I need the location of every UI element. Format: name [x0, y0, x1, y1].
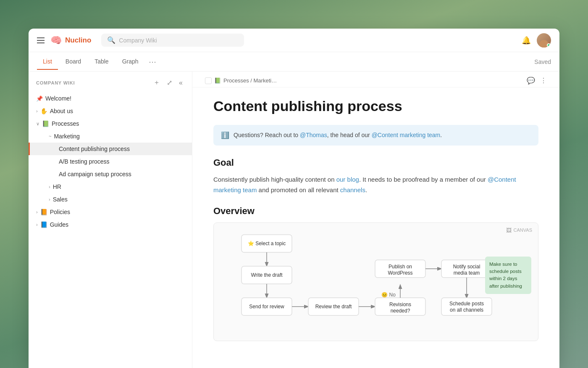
breadcrumb-text: Processes / Marketi… — [223, 77, 277, 84]
chevron-right-icon: › — [36, 222, 38, 227]
active-indicator — [29, 143, 30, 155]
sidebar-item-label: Processes — [52, 120, 175, 127]
search-icon: 🔍 — [107, 36, 116, 44]
sidebar-item-processes[interactable]: ∨ 📗 Processes — [29, 117, 192, 130]
our-blog-link[interactable]: our blog — [336, 176, 359, 183]
info-text-middle: , the head of our — [327, 132, 372, 138]
sidebar-header: COMPANY WIKI ＋ ⤢ « — [29, 71, 192, 92]
svg-text:Schedule posts: Schedule posts — [449, 301, 484, 307]
logo-text: Nuclino — [65, 36, 91, 45]
hamburger-icon[interactable] — [37, 37, 45, 43]
content-body: Content publishing process ℹ️ Questions?… — [192, 87, 559, 358]
svg-text:😐 No: 😐 No — [381, 291, 396, 298]
avatar[interactable] — [537, 33, 551, 48]
info-link-team[interactable]: @Content marketing team — [372, 132, 441, 138]
info-box-text: Questions? Reach out to @Thomas, the hea… — [234, 131, 442, 140]
brain-icon: 🧠 — [50, 35, 62, 46]
sidebar-actions: ＋ ⤢ « — [152, 77, 184, 88]
bell-icon[interactable]: 🔔 — [522, 36, 531, 45]
info-text-before: Questions? Reach out to — [234, 132, 300, 138]
breadcrumb-checkbox[interactable] — [205, 77, 212, 84]
canvas-label: 🖼 CANVAS — [506, 227, 532, 233]
svg-text:media team: media team — [454, 270, 480, 276]
sidebar-item-label: Ad campaign setup process — [59, 171, 184, 177]
content-toolbar-right: 💬 ⋮ — [527, 77, 547, 85]
canvas-container: 🖼 CANVAS ⭐ Select a topic Write the draf… — [213, 222, 538, 341]
breadcrumb-icon: 📗 — [214, 77, 221, 84]
chevron-right-icon: › — [36, 209, 38, 214]
note-text: Make sure to schedule posts within 2 day… — [489, 262, 522, 289]
sidebar-item-policies[interactable]: › 📙 Policies — [29, 206, 192, 218]
sidebar-item-label: About us — [50, 108, 175, 114]
comments-icon[interactable]: 💬 — [527, 77, 535, 85]
content-area: 📗 Processes / Marketi… 💬 ⋮ Content publi… — [192, 71, 559, 368]
chevron-right-icon: › — [49, 184, 50, 189]
chevron-down-icon: ∨ — [36, 121, 39, 127]
info-text-after: . — [440, 132, 442, 138]
sidebar-item-label: Welcome! — [45, 95, 184, 102]
sidebar-item-label: Guides — [50, 221, 175, 228]
top-bar-right: 🔔 — [522, 33, 551, 48]
main-layout: COMPANY WIKI ＋ ⤢ « 📌 Welcome! › ✋ About … — [29, 71, 559, 368]
goal-text-3: and promoted on all relevant — [257, 186, 340, 193]
search-bar[interactable]: 🔍 Company Wiki — [101, 34, 244, 47]
svg-text:Write the draft: Write the draft — [251, 272, 283, 278]
logo[interactable]: 🧠 Nuclino — [50, 35, 91, 46]
sidebar-item-label: Marketing — [54, 133, 175, 140]
sidebar-item-marketing[interactable]: ~ Marketing — [29, 130, 192, 143]
svg-text:on all channels: on all channels — [450, 307, 483, 313]
more-options-icon[interactable]: ⋯ — [146, 56, 159, 68]
sidebar-collapse-button[interactable]: « — [177, 78, 184, 87]
sidebar-item-label: HR — [53, 183, 175, 190]
channels-link[interactable]: channels — [340, 186, 365, 193]
svg-text:Publish on: Publish on — [388, 264, 412, 270]
info-link-thomas[interactable]: @Thomas — [300, 132, 327, 138]
svg-text:needed?: needed? — [391, 308, 410, 314]
chevron-right-icon: › — [36, 109, 38, 114]
pin-icon: 📌 — [36, 95, 43, 102]
goal-text: Consistently publish high-quality conten… — [213, 174, 538, 196]
tab-board[interactable]: Board — [60, 54, 87, 70]
sidebar-item-guides[interactable]: › 📘 Guides — [29, 218, 192, 231]
info-box: ℹ️ Questions? Reach out to @Thomas, the … — [213, 125, 538, 146]
sidebar-expand-button[interactable]: ⤢ — [165, 78, 174, 87]
sidebar: COMPANY WIKI ＋ ⤢ « 📌 Welcome! › ✋ About … — [29, 71, 192, 368]
nav-tabs: List Board Table Graph ⋯ Saved — [29, 52, 559, 71]
tab-graph[interactable]: Graph — [116, 54, 144, 70]
sidebar-title: COMPANY WIKI — [36, 80, 75, 85]
svg-text:Send for review: Send for review — [249, 304, 284, 310]
sidebar-item-label: Policies — [50, 209, 175, 215]
sidebar-item-sales[interactable]: › Sales — [29, 193, 192, 206]
svg-text:Notify social: Notify social — [453, 264, 480, 270]
policies-icon: 📙 — [40, 209, 47, 215]
overview-title: Overview — [213, 206, 538, 217]
goal-title: Goal — [213, 157, 538, 168]
sidebar-item-welcome[interactable]: 📌 Welcome! — [29, 92, 192, 105]
tab-table[interactable]: Table — [89, 54, 114, 70]
goal-text-4: . — [365, 186, 367, 193]
svg-text:Revisions: Revisions — [389, 302, 411, 307]
info-icon: ℹ️ — [221, 131, 229, 139]
canvas-icon: 🖼 — [506, 227, 512, 233]
saved-label: Saved — [534, 58, 551, 65]
note-box: Make sure to schedule posts within 2 day… — [485, 257, 531, 294]
more-options-icon[interactable]: ⋮ — [540, 77, 547, 85]
sidebar-item-hr[interactable]: › HR — [29, 180, 192, 193]
online-dot — [547, 43, 551, 47]
sidebar-item-ab-testing[interactable]: A/B testing process — [29, 155, 192, 168]
tab-list[interactable]: List — [37, 54, 58, 70]
sidebar-item-about[interactable]: › ✋ About us — [29, 105, 192, 117]
sidebar-add-button[interactable]: ＋ — [152, 77, 162, 88]
content-toolbar: 📗 Processes / Marketi… 💬 ⋮ — [192, 71, 559, 87]
top-bar: 🧠 Nuclino 🔍 Company Wiki 🔔 — [29, 29, 559, 52]
chevron-down-icon: ~ — [49, 134, 51, 139]
processes-icon: 📗 — [42, 120, 49, 127]
sidebar-item-content-publishing[interactable]: Content publishing process — [29, 143, 192, 155]
sidebar-item-ad-campaign[interactable]: Ad campaign setup process — [29, 168, 192, 180]
sidebar-item-label: Sales — [53, 196, 175, 203]
guides-icon: 📘 — [40, 221, 47, 228]
canvas-label-text: CANVAS — [514, 228, 532, 233]
breadcrumb: 📗 Processes / Marketi… — [205, 77, 277, 84]
svg-text:WordPress: WordPress — [388, 270, 412, 276]
chevron-right-icon: › — [49, 197, 50, 202]
